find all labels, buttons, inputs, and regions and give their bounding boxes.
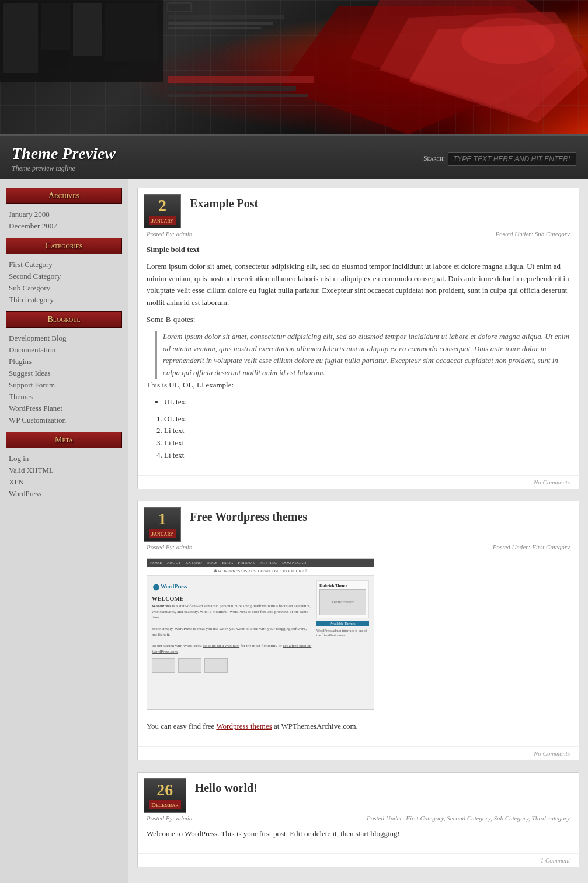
post-1-ul-item: UL text bbox=[164, 396, 570, 408]
archive-link-jan2008[interactable]: January 2008 bbox=[6, 209, 122, 220]
post-2-themes-link[interactable]: Wordpress themes bbox=[216, 722, 272, 730]
post-2-author: Posted By: admin bbox=[147, 543, 192, 550]
post-1-ol-text: OL text bbox=[164, 413, 570, 425]
post-3-content: Welcome to WordPress. This is your first… bbox=[138, 823, 579, 854]
svg-rect-3 bbox=[73, 3, 102, 56]
post-3-author: Posted By: admin bbox=[147, 815, 192, 822]
post-1-header: 2 January Example Post bbox=[138, 188, 579, 228]
svg-point-19 bbox=[153, 584, 159, 590]
post-1-ol: OL text Li text Li text Li text bbox=[164, 413, 570, 462]
svg-rect-17 bbox=[168, 86, 296, 91]
svg-rect-16 bbox=[168, 76, 314, 83]
wp-welcome-heading: WELCOME bbox=[152, 595, 312, 602]
site-tagline: Theme preview tagline bbox=[12, 164, 116, 173]
search-input[interactable] bbox=[448, 152, 576, 166]
category-link-first[interactable]: First Category bbox=[6, 259, 122, 271]
post-3-category: Posted Under: First Category, Second Cat… bbox=[367, 815, 570, 822]
page-wrapper: Archives January 2008 December 2007 Cate… bbox=[0, 179, 588, 883]
meta-link-wordpress[interactable]: WordPress bbox=[6, 488, 122, 500]
post-3-footer[interactable]: 1 Comment bbox=[138, 853, 579, 867]
svg-rect-2 bbox=[41, 3, 70, 50]
post-1-li-1: Li text bbox=[164, 425, 570, 437]
site-title: Theme Preview bbox=[12, 144, 116, 163]
post-3-date-badge: 26 Decembar bbox=[144, 778, 186, 813]
blogroll-link-suggest[interactable]: Suggest Ideas bbox=[6, 368, 122, 379]
post-2-image-container: HOMEABOUTEXTENDDOCSBLOGFORUMSHOSTINGDOWN… bbox=[138, 552, 579, 716]
post-3-month: Decembar bbox=[149, 800, 181, 809]
svg-text:WordPress: WordPress bbox=[161, 583, 187, 590]
wp-nav-bar: HOMEABOUTEXTENDDOCSBLOGFORUMSHOSTINGDOWN… bbox=[147, 559, 374, 567]
post-3-body: Welcome to WordPress. This is your first… bbox=[147, 828, 570, 840]
category-link-second[interactable]: Second Category bbox=[6, 271, 122, 282]
blogroll-link-wpplanet[interactable]: WordPress Planet bbox=[6, 403, 122, 414]
category-link-sub[interactable]: Sub Category bbox=[6, 282, 122, 294]
title-bar: Theme Preview Theme preview tagline Sear… bbox=[0, 134, 588, 179]
categories-list: First Category Second Category Sub Categ… bbox=[6, 259, 122, 306]
svg-rect-4 bbox=[105, 3, 158, 61]
main-content: 2 January Example Post Posted By: admin … bbox=[128, 179, 588, 883]
wp-logo: WordPress bbox=[152, 580, 312, 593]
post-1-category: Posted Under: Sub Category bbox=[496, 230, 570, 237]
blogroll-link-devblog[interactable]: Development Blog bbox=[6, 333, 122, 344]
header-image bbox=[0, 0, 588, 134]
post-2: 1 January Free Wordpress themes Posted B… bbox=[137, 501, 579, 760]
svg-rect-18 bbox=[168, 94, 308, 97]
blogroll-heading: Blogroll bbox=[6, 311, 122, 328]
svg-rect-13 bbox=[168, 15, 284, 19]
blogroll-link-plugins[interactable]: Plugins bbox=[6, 356, 122, 368]
post-1-day: 2 bbox=[149, 198, 176, 214]
blogroll-list: Development Blog Documentation Plugins S… bbox=[6, 333, 122, 426]
post-2-month: January bbox=[149, 529, 176, 538]
post-2-meta: Posted By: admin Posted Under: First Cat… bbox=[138, 542, 579, 552]
post-1-ul-label: This is UL, OL, LI example: bbox=[147, 379, 570, 392]
archive-link-dec2007[interactable]: December 2007 bbox=[6, 220, 122, 232]
post-1-content: Simple bold text Lorem ipsum dolor sit a… bbox=[138, 239, 579, 475]
post-3: 26 Decembar Hello world! Posted By: admi… bbox=[137, 772, 579, 868]
search-label: Search: bbox=[423, 154, 445, 163]
post-2-content: You can easy find free Wordpress themes … bbox=[138, 716, 579, 746]
blogroll-link-themes[interactable]: Themes bbox=[6, 391, 122, 403]
post-1-li-3: Li text bbox=[164, 449, 570, 462]
wordpress-screenshot: HOMEABOUTEXTENDDOCSBLOGFORUMSHOSTINGDOWN… bbox=[147, 558, 374, 710]
post-3-day: 26 bbox=[149, 782, 181, 798]
meta-link-xfn[interactable]: XFN bbox=[6, 476, 122, 488]
post-2-title: Free Wordpress themes bbox=[190, 510, 307, 524]
post-1-blockquote: Lorem ipsum dolor sit amet, consectetur … bbox=[155, 331, 570, 379]
blogroll-link-wpcustom[interactable]: WP Customization bbox=[6, 414, 122, 426]
meta-link-xhtml[interactable]: Valid XHTML bbox=[6, 465, 122, 476]
meta-heading: Meta bbox=[6, 432, 122, 448]
post-1-date-badge: 2 January bbox=[144, 194, 181, 228]
post-1-meta: Posted By: admin Posted Under: Sub Categ… bbox=[138, 228, 579, 239]
post-1-title-area: Example Post bbox=[190, 194, 258, 210]
svg-rect-12 bbox=[168, 3, 191, 12]
post-2-footer[interactable]: No Comments bbox=[138, 746, 579, 760]
svg-rect-14 bbox=[168, 22, 273, 25]
svg-rect-15 bbox=[168, 27, 261, 29]
post-3-header: 26 Decembar Hello world! bbox=[138, 773, 579, 813]
post-2-header: 1 January Free Wordpress themes bbox=[138, 501, 579, 542]
post-1-author: Posted By: admin bbox=[147, 230, 192, 237]
post-1-blockquote-label: Some B-quotes: bbox=[147, 314, 570, 326]
wp-body-text: WordPress is a state-of-the-art semantic… bbox=[152, 604, 312, 655]
archives-heading: Archives bbox=[6, 188, 122, 204]
meta-list: Log in Valid XHTML XFN WordPress bbox=[6, 453, 122, 500]
blogroll-link-support[interactable]: Support Forum bbox=[6, 379, 122, 391]
meta-link-login[interactable]: Log in bbox=[6, 453, 122, 465]
sidebar: Archives January 2008 December 2007 Cate… bbox=[0, 179, 128, 883]
archives-list: January 2008 December 2007 bbox=[6, 209, 122, 232]
svg-point-9 bbox=[461, 18, 555, 64]
post-2-date-badge: 1 January bbox=[144, 507, 181, 542]
post-1-footer[interactable]: No Comments bbox=[138, 475, 579, 489]
category-link-third[interactable]: Third category bbox=[6, 294, 122, 306]
post-1-title: Example Post bbox=[190, 197, 258, 210]
post-2-title-area: Free Wordpress themes bbox=[190, 507, 307, 524]
post-1-month: January bbox=[149, 216, 176, 225]
post-2-category: Posted Under: First Category bbox=[493, 543, 570, 550]
blogroll-link-docs[interactable]: Documentation bbox=[6, 344, 122, 356]
post-1-ul: UL text bbox=[164, 396, 570, 408]
svg-rect-1 bbox=[3, 3, 38, 73]
post-1-para1: Lorem ipsum dolor sit amet, consectetur … bbox=[147, 261, 570, 309]
post-2-body-text: at WPThemesArchive.com. bbox=[274, 722, 358, 730]
categories-heading: Categories bbox=[6, 238, 122, 254]
post-2-body: You can easy find free Wordpress themes … bbox=[147, 721, 570, 733]
